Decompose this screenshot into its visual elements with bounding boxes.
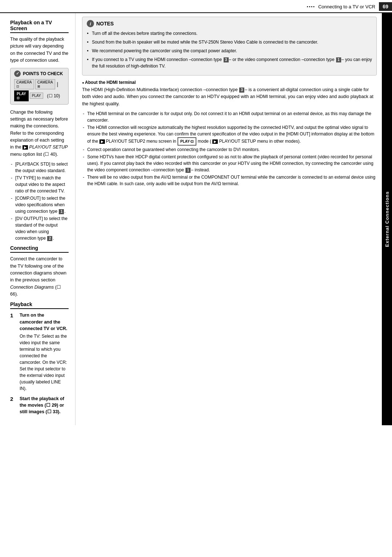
dash-item-3: [COMP.OUT] to select the video specifica…	[10, 195, 69, 215]
mode-play-active: PLAY⊡	[14, 90, 29, 101]
mode-camera1: CAMERA⊡	[14, 79, 34, 89]
step-2: 2 Start the playback of the movies (☐ 29…	[10, 395, 69, 415]
connection-type-1: 1	[59, 209, 64, 214]
step2-main: Start the playback of the movies (☐ 29) …	[20, 395, 69, 415]
mode-camera2: CAMERA⊠	[35, 79, 55, 89]
step1-num: 1	[10, 312, 17, 319]
info-icon: i	[87, 20, 94, 27]
dash-item-1: [PLAYBACK STD] to select the output vide…	[10, 161, 69, 174]
section1-body2: Change the following settings as necessa…	[10, 109, 69, 158]
side-label-external-connections: External Connections	[382, 13, 392, 425]
hdmi-dash-3: Correct operation cannot be guaranteed w…	[82, 146, 377, 153]
mode-play2: PLAY	[30, 93, 43, 99]
hdmi-dash-5: There will be no video output from the A…	[82, 174, 377, 187]
section1-body1: The quality of the playback picture will…	[10, 36, 69, 64]
section-heading-playback: Playback	[10, 301, 69, 309]
note-1: Turn off all the devices before starting…	[87, 30, 372, 37]
header-page: 69	[379, 2, 392, 11]
step-1: 1 Turn on the camcorder and the connecte…	[10, 312, 69, 391]
check-icon: ✓	[14, 70, 21, 77]
note4-type3: 3	[224, 57, 229, 62]
left-column: Playback on a TV Screen The quality of t…	[0, 13, 75, 425]
hdmi-type3: 3	[239, 88, 244, 93]
note-4: If you connect to a TV using the HDMI co…	[87, 56, 372, 69]
step2-content: Start the playback of the movies (☐ 29) …	[20, 395, 69, 415]
section1-dash-list: [PLAYBACK STD] to select the output vide…	[10, 161, 69, 241]
points-to-check-box: ✓ POINTS TO CHECK CAMERA⊡ CAMERA⊠ | PLAY…	[10, 68, 69, 105]
step1-sub: On the TV: Select as the video input the…	[20, 333, 69, 392]
points-box-title: ✓ POINTS TO CHECK	[14, 70, 65, 77]
note4-type1: 1	[336, 57, 341, 62]
main-content: Playback on a TV Screen The quality of t…	[0, 13, 392, 425]
hdmi-type1: 1	[185, 168, 191, 173]
step1-main: Turn on the camcorder and the connected …	[20, 312, 69, 332]
right-column: i NOTES Turn off all the devices before …	[75, 13, 382, 425]
notes-label: NOTES	[96, 21, 114, 27]
notes-title: i NOTES	[87, 20, 372, 27]
header: •••• Connecting to a TV or VCR 69	[0, 0, 392, 13]
notes-bullet-list: Turn off all the devices before starting…	[87, 30, 372, 69]
mode-separator: |	[57, 81, 58, 87]
playback-steps-list: 1 Turn on the camcorder and the connecte…	[10, 312, 69, 415]
menu-ref-text: PLAY/OUT SETUP	[29, 145, 68, 150]
play-mode-btn: PLAY·⊡	[177, 137, 197, 146]
step1-content: Turn on the camcorder and the connected …	[20, 312, 69, 391]
hdmi-subheading: About the HDMI terminal	[82, 80, 377, 85]
section-heading-playback-tv: Playback on a TV Screen	[10, 20, 69, 33]
mode-buttons: CAMERA⊡ CAMERA⊠ | PLAY⊡ PLAY (☐ 10)	[14, 79, 65, 101]
connection-diagrams-italic: Connection Diagrams	[10, 285, 54, 290]
hdmi-body1: The HDMI (High-Definition Multimedia Int…	[82, 86, 377, 107]
hdmi-dash-2: The HDMI connection will recognize autom…	[82, 124, 377, 146]
menu-icon-ref: ▶	[23, 145, 28, 150]
right-column-wrapper: i NOTES Turn off all the devices before …	[75, 13, 392, 425]
connection-type-2: 2	[47, 236, 52, 241]
hdmi-dash-1: The HDMI terminal on the camcorder is fo…	[82, 110, 377, 123]
dash-item-4: [DV OUTPUT] to select the standard of th…	[10, 215, 69, 241]
note-2: Sound from the built-in speaker will be …	[87, 39, 372, 45]
dash-item-2: [TV TYPE] to match the output video to t…	[10, 175, 69, 194]
notes-box: i NOTES Turn off all the devices before …	[82, 17, 377, 76]
step2-num: 2	[10, 395, 17, 403]
hdmi-dash-list: The HDMI terminal on the camcorder is fo…	[82, 110, 377, 187]
mode-page-ref: (☐ 10)	[47, 93, 60, 98]
menu-icon-ref2: ▶	[99, 139, 105, 144]
points-box-label: POINTS TO CHECK	[23, 71, 63, 76]
section-heading-connecting: Connecting	[10, 245, 69, 253]
menu-icon-ref3: ▶	[212, 139, 218, 144]
section2-body: Connect the camcorder to the TV followin…	[10, 256, 69, 298]
note-3: We recommend powering the camcorder usin…	[87, 48, 372, 54]
header-dots: ••••	[307, 4, 315, 9]
hdmi-dash-4: Some HDTVs have their HDCP digital conte…	[82, 154, 377, 173]
header-title: Connecting to a TV or VCR	[318, 4, 375, 9]
